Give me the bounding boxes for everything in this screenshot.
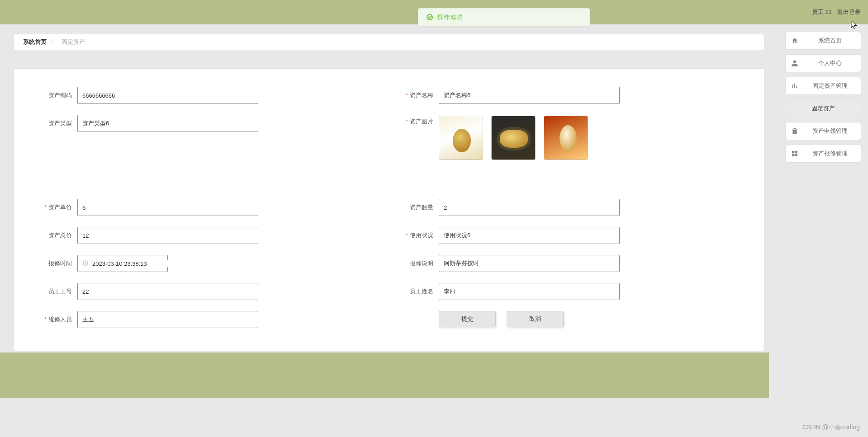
input-repair-person[interactable] — [77, 311, 258, 328]
label-emp-no: 员工工号 — [37, 287, 77, 296]
asset-image-thumb-3[interactable] — [544, 116, 588, 160]
breadcrumb: 系统首页 〉 固定资产 — [14, 34, 764, 50]
cancel-button[interactable]: 取消 — [507, 311, 564, 327]
right-sidebar: 系统首页 个人中心 固定资产管理 固定资产 资产申领管理 资产报修管理 — [785, 32, 861, 163]
sidebar-item-profile[interactable]: 个人中心 — [785, 54, 861, 72]
form-actions: 提交 取消 — [398, 311, 741, 327]
success-toast: 操作成功 — [418, 8, 590, 26]
field-asset-type: 资产类型 — [37, 115, 380, 132]
header-user-label: 员工 22 — [812, 8, 832, 16]
input-total-price[interactable] — [77, 227, 258, 244]
sidebar-item-label: 系统首页 — [805, 37, 855, 45]
sidebar-item-apply[interactable]: 资产申领管理 — [785, 122, 861, 140]
field-asset-name: *资产名称 — [398, 87, 741, 104]
label-asset-name: *资产名称 — [398, 91, 439, 99]
label-unit-price: *资产单价 — [37, 203, 77, 211]
input-emp-name[interactable] — [439, 283, 620, 300]
sidebar-item-repair[interactable]: 资产报修管理 — [785, 145, 861, 163]
label-asset-image: *资产图片 — [398, 115, 439, 126]
label-emp-name: 员工姓名 — [398, 287, 439, 296]
field-emp-name: 员工姓名 — [398, 283, 741, 300]
grid-icon — [791, 150, 798, 157]
footer-decoration — [0, 352, 769, 398]
person-icon — [791, 60, 798, 67]
field-emp-no: 员工工号 — [37, 283, 380, 300]
breadcrumb-home[interactable]: 系统首页 — [23, 38, 47, 46]
input-usage-status[interactable] — [439, 227, 620, 244]
sidebar-item-label: 资产申领管理 — [805, 127, 855, 135]
label-repair-time: 报修时间 — [37, 259, 77, 268]
sidebar-item-label: 固定资产管理 — [805, 82, 855, 90]
input-emp-no[interactable] — [77, 283, 258, 300]
breadcrumb-separator: 〉 — [51, 38, 57, 46]
toast-message: 操作成功 — [437, 13, 463, 21]
field-repair-desc: 报修说明 — [398, 255, 741, 272]
field-unit-price: *资产单价 — [37, 199, 380, 216]
field-quantity: 资产数量 — [398, 199, 741, 216]
field-asset-image: *资产图片 — [398, 115, 741, 160]
field-repair-person: *维修人员 — [37, 311, 380, 328]
bar-chart-icon — [791, 82, 798, 89]
label-usage-status: *使用状况 — [398, 231, 439, 240]
field-asset-code: 资产编码 — [37, 87, 380, 104]
input-unit-price[interactable] — [77, 199, 258, 216]
submit-button[interactable]: 提交 — [439, 311, 496, 327]
label-quantity: 资产数量 — [398, 203, 439, 211]
asset-image-thumb-2[interactable] — [491, 116, 536, 160]
asset-form: 资产编码 *资产名称 资产类型 *资产图片 *资产单价 — [14, 68, 764, 351]
input-asset-code[interactable] — [77, 87, 258, 104]
label-repair-person: *维修人员 — [37, 315, 77, 324]
image-thumbnails — [439, 116, 588, 160]
input-repair-desc[interactable] — [439, 255, 620, 272]
label-asset-type: 资产类型 — [37, 119, 77, 127]
label-asset-code: 资产编码 — [37, 91, 77, 99]
main-content: 系统首页 〉 固定资产 资产编码 *资产名称 资产类型 *资产图片 — [14, 34, 764, 351]
field-repair-time: 报修时间 — [37, 255, 380, 272]
input-quantity[interactable] — [439, 199, 620, 216]
spacer — [37, 171, 380, 188]
input-repair-time[interactable] — [77, 255, 168, 272]
sidebar-item-home[interactable]: 系统首页 — [785, 32, 861, 50]
label-repair-desc: 报修说明 — [398, 259, 439, 268]
breadcrumb-current: 固定资产 — [62, 38, 85, 46]
field-total-price: 资产总价 — [37, 227, 380, 244]
sidebar-item-label: 固定资产 — [791, 104, 856, 113]
watermark: CSDN @小蔡coding — [802, 423, 860, 432]
spacer — [398, 171, 741, 188]
field-usage-status: *使用状况 — [398, 227, 741, 244]
asset-image-thumb-1[interactable] — [439, 116, 483, 160]
home-icon — [791, 37, 798, 44]
clock-icon — [82, 260, 89, 268]
date-value[interactable] — [92, 260, 168, 267]
sidebar-item-label: 个人中心 — [805, 59, 855, 67]
clipboard-icon — [791, 127, 798, 135]
label-total-price: 资产总价 — [37, 231, 77, 240]
logout-link[interactable]: 退出登录 — [837, 8, 861, 16]
sidebar-item-label: 资产报修管理 — [805, 150, 855, 158]
input-asset-name[interactable] — [439, 87, 620, 104]
check-circle-icon — [427, 14, 433, 20]
sidebar-item-asset-mgmt[interactable]: 固定资产管理 — [785, 77, 861, 95]
sidebar-item-asset-sub[interactable]: 固定资产 — [785, 99, 861, 117]
input-asset-type[interactable] — [77, 115, 258, 132]
